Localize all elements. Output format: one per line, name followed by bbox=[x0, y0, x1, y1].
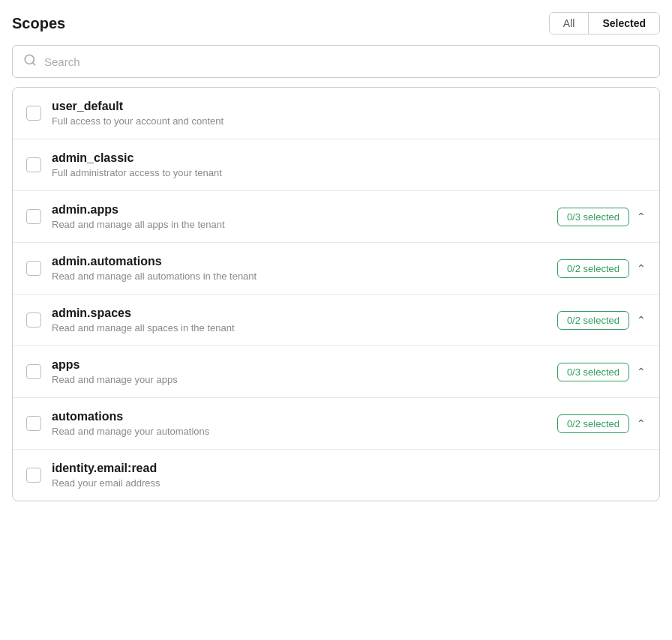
scope-desc-identity_email_read: Read your email address bbox=[52, 477, 646, 489]
scope-checkbox-user_default[interactable] bbox=[26, 106, 41, 121]
toggle-all-button[interactable]: All bbox=[550, 13, 590, 34]
scope-item-admin_apps: admin.appsRead and manage all apps in th… bbox=[13, 191, 659, 243]
scope-desc-admin_classic: Full administrator access to your tenant bbox=[52, 167, 646, 178]
scope-item-admin_classic: admin_classicFull administrator access t… bbox=[13, 139, 659, 191]
scope-item-user_default: user_defaultFull access to your account … bbox=[13, 88, 659, 139]
scope-name-admin_automations: admin.automations bbox=[52, 255, 547, 268]
scope-name-admin_classic: admin_classic bbox=[52, 151, 646, 165]
scope-info-user_default: user_defaultFull access to your account … bbox=[52, 100, 646, 127]
scope-checkbox-apps[interactable] bbox=[26, 364, 41, 379]
scope-name-admin_apps: admin.apps bbox=[52, 203, 547, 217]
scope-checkbox-admin_spaces[interactable] bbox=[26, 313, 41, 327]
scope-right-admin_spaces: 0/2 selected⌃ bbox=[557, 311, 646, 330]
scope-name-user_default: user_default bbox=[52, 100, 646, 113]
scope-chevron-admin_spaces[interactable]: ⌃ bbox=[637, 314, 646, 326]
scope-checkbox-admin_automations[interactable] bbox=[26, 261, 41, 276]
scope-checkbox-admin_classic[interactable] bbox=[26, 157, 41, 172]
page-header: Scopes All Selected bbox=[12, 12, 660, 45]
scope-checkbox-automations[interactable] bbox=[26, 416, 41, 431]
svg-line-1 bbox=[32, 62, 34, 64]
scope-item-admin_spaces: admin.spacesRead and manage all spaces i… bbox=[13, 295, 659, 346]
scope-desc-admin_automations: Read and manage all automations in the t… bbox=[52, 271, 547, 282]
scope-name-admin_spaces: admin.spaces bbox=[52, 307, 547, 320]
toggle-selected-button[interactable]: Selected bbox=[589, 13, 659, 34]
search-input[interactable] bbox=[44, 55, 649, 68]
scope-chevron-automations[interactable]: ⌃ bbox=[637, 417, 646, 429]
scope-info-admin_automations: admin.automationsRead and manage all aut… bbox=[52, 255, 547, 282]
scope-chevron-apps[interactable]: ⌃ bbox=[637, 366, 646, 378]
scope-checkbox-admin_apps[interactable] bbox=[26, 209, 41, 224]
scope-name-identity_email_read: identity.email:read bbox=[52, 462, 646, 475]
scope-right-apps: 0/3 selected⌃ bbox=[557, 363, 646, 381]
scope-checkbox-identity_email_read[interactable] bbox=[26, 468, 41, 483]
scope-desc-admin_apps: Read and manage all apps in the tenant bbox=[52, 219, 547, 230]
scope-badge-automations: 0/2 selected bbox=[557, 414, 629, 433]
scope-info-admin_spaces: admin.spacesRead and manage all spaces i… bbox=[52, 307, 547, 333]
scope-info-automations: automationsRead and manage your automati… bbox=[52, 410, 547, 437]
scope-info-apps: appsRead and manage your apps bbox=[52, 358, 547, 385]
scopes-list: user_defaultFull access to your account … bbox=[12, 87, 660, 501]
scope-name-automations: automations bbox=[52, 410, 547, 423]
scope-badge-admin_automations: 0/2 selected bbox=[557, 259, 629, 278]
scope-badge-apps: 0/3 selected bbox=[557, 363, 629, 381]
scope-item-admin_automations: admin.automationsRead and manage all aut… bbox=[13, 243, 659, 295]
page-title: Scopes bbox=[12, 15, 65, 32]
scope-badge-admin_spaces: 0/2 selected bbox=[557, 311, 629, 330]
scope-info-identity_email_read: identity.email:readRead your email addre… bbox=[52, 462, 646, 489]
scope-info-admin_classic: admin_classicFull administrator access t… bbox=[52, 151, 646, 178]
scope-item-apps: appsRead and manage your apps0/3 selecte… bbox=[13, 346, 659, 398]
search-container bbox=[12, 45, 660, 78]
scope-item-identity_email_read: identity.email:readRead your email addre… bbox=[13, 450, 659, 501]
scope-badge-admin_apps: 0/3 selected bbox=[557, 208, 629, 226]
scope-chevron-admin_automations[interactable]: ⌃ bbox=[637, 262, 646, 274]
scope-desc-apps: Read and manage your apps bbox=[52, 374, 547, 385]
view-toggle: All Selected bbox=[549, 12, 660, 34]
scope-name-apps: apps bbox=[52, 358, 547, 372]
scope-chevron-admin_apps[interactable]: ⌃ bbox=[637, 211, 646, 223]
search-icon bbox=[23, 53, 37, 70]
scope-right-admin_automations: 0/2 selected⌃ bbox=[557, 259, 646, 278]
scope-desc-automations: Read and manage your automations bbox=[52, 426, 547, 437]
scope-desc-user_default: Full access to your account and content bbox=[52, 115, 646, 127]
scope-right-admin_apps: 0/3 selected⌃ bbox=[557, 208, 646, 226]
scope-info-admin_apps: admin.appsRead and manage all apps in th… bbox=[52, 203, 547, 230]
scope-right-automations: 0/2 selected⌃ bbox=[557, 414, 646, 433]
scope-desc-admin_spaces: Read and manage all spaces in the tenant bbox=[52, 322, 547, 333]
scope-item-automations: automationsRead and manage your automati… bbox=[13, 398, 659, 450]
